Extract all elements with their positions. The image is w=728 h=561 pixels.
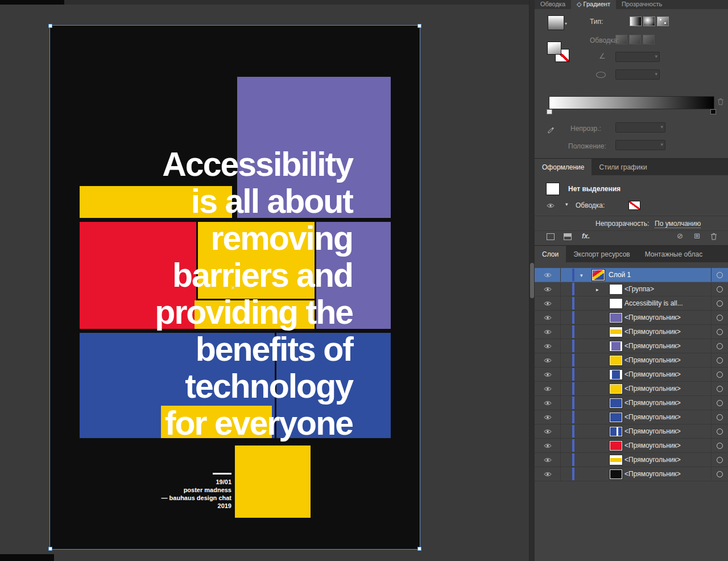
layer-row[interactable]: <Прямоугольник> [535, 396, 728, 410]
layer-thumbnail[interactable] [610, 327, 622, 337]
delete-stop-icon[interactable] [717, 98, 724, 105]
target-cell[interactable] [711, 439, 728, 452]
layer-target-icon[interactable] [717, 357, 723, 364]
layer-target-icon[interactable] [717, 386, 723, 392]
layer-target-icon[interactable] [717, 457, 723, 463]
target-cell[interactable] [711, 268, 728, 282]
layer-row[interactable]: <Прямоугольник> [535, 325, 728, 339]
layer-target-icon[interactable] [717, 329, 723, 335]
layer-row[interactable]: <Прямоугольник> [535, 311, 728, 325]
layer-thumbnail[interactable] [610, 341, 622, 351]
eyedropper-icon[interactable] [547, 126, 555, 134]
appearance-opacity-value[interactable]: По умолчанию [655, 220, 701, 228]
target-cell[interactable] [711, 353, 728, 367]
stop-location-select[interactable]: ▾ [615, 140, 665, 150]
layer-name[interactable]: <Прямоугольник> [624, 314, 681, 321]
layer-row[interactable]: ▾ Слой 1 [535, 268, 728, 282]
visibility-toggle[interactable] [535, 382, 561, 395]
artboard-handle[interactable] [48, 24, 52, 28]
artboard-handle[interactable] [417, 24, 421, 28]
layer-thumbnail[interactable] [610, 356, 622, 365]
target-cell[interactable] [711, 410, 728, 424]
layer-row[interactable]: <Прямоугольник> [535, 368, 728, 382]
layer-row[interactable]: <Прямоугольник> [535, 439, 728, 453]
target-cell[interactable] [711, 424, 728, 438]
layer-row[interactable]: <Прямоугольник> [535, 453, 728, 467]
aspect-ratio-select[interactable]: ▾ [615, 69, 660, 80]
layer-target-icon[interactable] [717, 471, 723, 477]
layer-thumbnail[interactable] [610, 441, 622, 451]
layer-row[interactable]: <Прямоугольник> [535, 424, 728, 439]
layer-thumbnail[interactable] [610, 313, 622, 323]
layer-thumbnail[interactable] [610, 398, 622, 408]
visibility-toggle[interactable] [535, 424, 561, 438]
visibility-toggle[interactable] [535, 325, 561, 339]
visibility-toggle[interactable] [535, 368, 561, 381]
layer-thumbnail[interactable] [592, 270, 605, 280]
layer-row[interactable]: <Прямоугольник> [535, 467, 728, 481]
layer-row[interactable]: <Прямоугольник> [535, 353, 728, 368]
gradient-angle-select[interactable]: ▾ [615, 52, 660, 62]
layer-target-icon[interactable] [717, 372, 723, 378]
stop-opacity-select[interactable]: ▾ [615, 122, 665, 133]
artboard-handle[interactable] [48, 547, 52, 551]
gradient-slider[interactable] [549, 96, 714, 109]
visibility-toggle[interactable] [535, 410, 561, 424]
gradient-type-freeform-button[interactable] [657, 16, 669, 26]
layer-row[interactable]: <Прямоугольник> [535, 339, 728, 353]
visibility-toggle[interactable] [535, 282, 561, 296]
artboard[interactable]: Accessibility is all about removing barr… [50, 26, 420, 549]
visibility-toggle[interactable] [535, 296, 561, 310]
artboard-handle[interactable] [417, 547, 421, 551]
tab-stroke[interactable]: Обводка [535, 0, 571, 9]
layer-name[interactable]: <Прямоугольник> [624, 356, 681, 364]
layer-thumbnail[interactable] [610, 370, 622, 380]
layer-row[interactable]: ▸ <Группа> [535, 282, 728, 296]
layer-name[interactable]: <Прямоугольник> [624, 442, 681, 449]
headline-line[interactable]: benefits of [155, 331, 353, 368]
headline-line[interactable]: technology [155, 368, 353, 405]
layer-name[interactable]: <Прямоугольник> [624, 370, 681, 378]
scrollbar-thumb[interactable] [530, 263, 534, 298]
layer-target-icon[interactable] [717, 343, 723, 349]
gradient-fill-swatch[interactable] [548, 15, 564, 30]
tab-graphic-styles[interactable]: Стили графики [592, 159, 654, 175]
target-cell[interactable] [711, 453, 728, 467]
layer-thumbnail[interactable] [610, 455, 622, 465]
tab-transparency[interactable]: Прозрачность [616, 0, 668, 9]
layer-name[interactable]: Слой 1 [609, 271, 631, 279]
chevron-right-icon[interactable]: ▸ [596, 287, 599, 292]
layer-target-icon[interactable] [717, 300, 723, 307]
duplicate-item-button[interactable]: ⊞ [694, 232, 700, 240]
target-cell[interactable] [711, 296, 728, 310]
layer-thumbnail[interactable] [610, 284, 622, 294]
layer-thumbnail[interactable] [610, 469, 622, 479]
appearance-opacity-label[interactable]: Непрозрачность: [595, 220, 649, 228]
add-new-effect-button[interactable]: fx. [582, 232, 590, 240]
visibility-toggle[interactable] [535, 268, 561, 282]
canvas-area[interactable]: Accessibility is all about removing barr… [0, 0, 529, 561]
add-new-fill-button[interactable] [564, 233, 572, 240]
layer-name[interactable]: <Прямоугольник> [624, 342, 681, 350]
layer-target-icon[interactable] [717, 400, 723, 406]
target-cell[interactable] [711, 467, 728, 481]
delete-item-button[interactable] [710, 233, 717, 240]
layer-thumbnail[interactable] [610, 412, 622, 422]
tab-appearance[interactable]: Оформление [535, 159, 592, 175]
tab-layers[interactable]: Слои [535, 246, 566, 262]
target-cell[interactable] [711, 339, 728, 353]
visibility-toggle[interactable] [535, 467, 561, 481]
gradient-stop-white[interactable] [547, 109, 552, 114]
headline-line[interactable]: for everyone [155, 405, 353, 442]
gradient-type-linear-button[interactable] [630, 16, 642, 26]
gradient-type-radial-button[interactable] [643, 16, 655, 26]
headline-line[interactable]: is all about [155, 183, 353, 220]
layer-name[interactable]: <Группа> [624, 285, 654, 293]
chevron-down-icon[interactable]: ▾ [565, 21, 567, 26]
target-cell[interactable] [711, 325, 728, 339]
target-cell[interactable] [711, 382, 728, 395]
visibility-toggle[interactable] [535, 439, 561, 452]
fill-proxy-swatch[interactable] [547, 42, 561, 55]
layer-name[interactable]: <Прямоугольник> [624, 427, 681, 435]
layer-name[interactable]: <Прямоугольник> [624, 328, 681, 336]
